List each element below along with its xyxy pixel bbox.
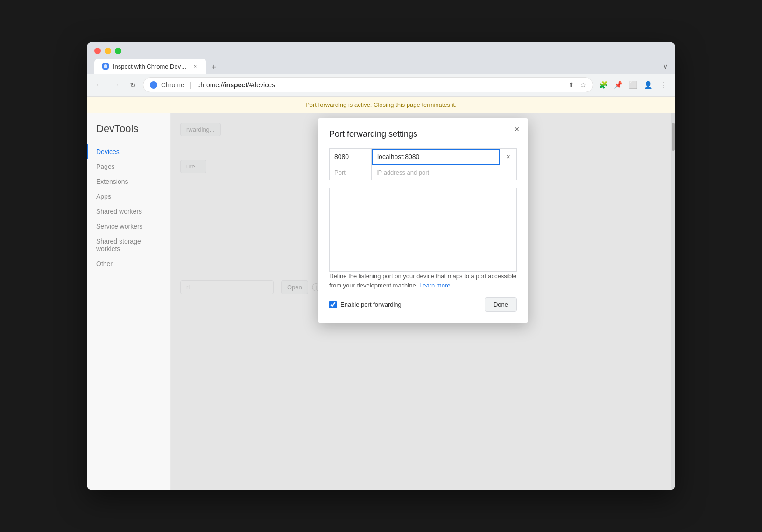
browser-window: Inspect with Chrome Develope × + ∨ ← → ↻… [87,42,675,490]
modal-description: Define the listening port on your device… [329,272,517,290]
reload-button[interactable]: ↻ [126,78,139,91]
active-tab[interactable]: Inspect with Chrome Develope × [94,59,206,74]
url-path: chrome://inspect/#devices [197,81,275,89]
sidebar-item-other[interactable]: Other [87,256,170,271]
port-placeholder-cell[interactable]: Port [330,165,372,180]
bookmark-icon[interactable]: ☆ [580,81,586,89]
profile-button[interactable]: 👤 [642,78,655,91]
sidebar-item-shared-workers[interactable]: Shared workers [87,204,170,219]
chrome-favicon [150,81,157,89]
close-traffic-light[interactable] [94,48,101,54]
modal-close-button[interactable]: × [511,124,522,135]
address-cell [372,149,500,165]
forward-button[interactable]: → [109,78,122,91]
sidebar-item-extensions[interactable]: Extensions [87,174,170,189]
sidebar: DevTools Devices Pages Extensions Apps S… [87,113,171,490]
tab-favicon [102,63,109,70]
sidebar-item-service-workers[interactable]: Service workers [87,219,170,234]
sidebar-header: DevTools [87,123,170,144]
address-bar[interactable]: Chrome | chrome://inspect/#devices ⬆ ☆ [143,77,593,92]
port-forwarding-modal: × Port forwarding settings [318,118,528,323]
port-forwarding-table: × Port IP address and port [329,148,517,180]
tab-close-button[interactable]: × [191,63,199,70]
port-placeholder-row: Port IP address and port [330,165,517,180]
modal-overlay: × Port forwarding settings [171,113,675,490]
port-forwarding-empty-area [329,188,517,272]
tabs-row: Inspect with Chrome Develope × + ∨ [94,59,668,74]
sidebar-item-shared-storage[interactable]: Shared storage worklets [87,234,170,256]
port-input[interactable] [330,149,371,164]
menu-button[interactable]: ⋮ [656,78,670,91]
tab-title: Inspect with Chrome Develope [113,63,188,70]
new-tab-button[interactable]: + [207,61,220,74]
address-bar-actions: ⬆ ☆ [564,81,586,89]
split-screen-button[interactable]: ⬜ [627,78,640,91]
modal-title: Port forwarding settings [329,129,517,139]
traffic-lights [94,48,668,54]
port-forwarding-row: × [330,149,517,165]
port-cell [330,149,372,165]
checkbox-label-text: Enable port forwarding [340,301,402,308]
sidebar-item-pages[interactable]: Pages [87,159,170,174]
modal-footer: Enable port forwarding Done [329,297,517,312]
delete-row-cell[interactable]: × [500,149,517,165]
main-content: DevTools Devices Pages Extensions Apps S… [87,113,675,490]
notification-bar: Port forwarding is active. Closing this … [87,97,675,113]
share-icon[interactable]: ⬆ [568,81,574,89]
pin-button[interactable]: 📌 [612,78,625,91]
url-brand: Chrome [161,81,184,89]
tab-list-expand[interactable]: ∨ [663,63,668,74]
minimize-traffic-light[interactable] [105,48,111,54]
enable-port-forwarding-label[interactable]: Enable port forwarding [329,301,402,308]
svg-point-0 [104,64,107,68]
sidebar-item-apps[interactable]: Apps [87,189,170,204]
learn-more-link[interactable]: Learn more [419,282,450,289]
maximize-traffic-light[interactable] [115,48,121,54]
back-button[interactable]: ← [92,78,106,91]
toolbar-icons: 🧩 📌 ⬜ 👤 ⋮ [597,78,670,91]
page-content: rwarding... ure... Open ⓘ × Port forward… [171,113,675,490]
notification-text: Port forwarding is active. Closing this … [305,101,457,108]
port-placeholder-text: Port [334,169,346,176]
address-placeholder-cell[interactable]: IP address and port [372,165,517,180]
extensions-button[interactable]: 🧩 [597,78,610,91]
enable-port-forwarding-checkbox[interactable] [329,301,337,308]
url-separator: | [190,81,192,89]
title-bar: Inspect with Chrome Develope × + ∨ [87,42,675,74]
sidebar-item-devices[interactable]: Devices [87,144,170,159]
address-input[interactable] [372,149,500,165]
toolbar: ← → ↻ Chrome | chrome://inspect/#devices… [87,74,675,97]
address-placeholder-text: IP address and port [376,169,429,176]
done-button[interactable]: Done [485,297,517,312]
